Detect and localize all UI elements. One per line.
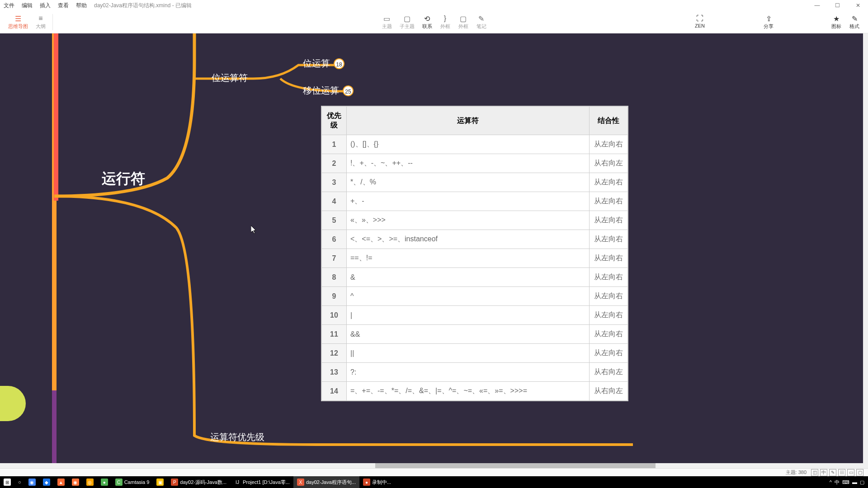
table-row[interactable]: 5«、»、>>>从左向右 — [322, 211, 628, 230]
system-tray[interactable]: ^ 中 ⌨ ▬ ▢ — [830, 479, 868, 486]
maximize-icon[interactable]: ☐ — [827, 0, 848, 11]
cell-ops: «、»、>>> — [347, 211, 590, 230]
tray-notification-icon[interactable]: ▢ — [860, 479, 864, 485]
task-ppt[interactable]: Pday02-源码-Java数... — [167, 476, 230, 488]
th-priority: 优先级 — [322, 107, 347, 135]
table-row[interactable]: 8&从左向右 — [322, 268, 628, 287]
mouse-cursor — [251, 225, 257, 235]
btn-format[interactable]: ✎格式 — [849, 14, 860, 30]
view-mindmap[interactable]: ☰思维导图 — [8, 14, 28, 30]
task-icon-firefox[interactable]: ◉ — [68, 476, 83, 488]
status-icon[interactable]: ☷ — [838, 469, 845, 476]
btn-boundary[interactable]: ▢外框 — [458, 14, 469, 30]
task-xmind[interactable]: Xday02-Java程序语句... — [293, 476, 359, 488]
table-row[interactable]: 4+、-从左向右 — [322, 192, 628, 211]
vertical-scrollbar[interactable] — [863, 33, 868, 468]
cell-priority: 10 — [322, 306, 347, 325]
priority-table[interactable]: 优先级 运算符 结合性 1()、[]、{}从左向右2!、+、-、~、++、--从… — [321, 106, 628, 401]
table-row[interactable]: 6<、<=、>、>=、instanceof从左向右 — [322, 230, 628, 249]
close-icon[interactable]: ✕ — [848, 0, 868, 11]
task-idea[interactable]: IJProject1 [D:\Java零... — [230, 476, 293, 488]
table-row[interactable]: 11&&从左向右 — [322, 325, 628, 344]
status-icon[interactable]: ▭ — [847, 469, 854, 476]
root-node[interactable] — [0, 386, 26, 421]
cell-ops: && — [347, 325, 590, 344]
th-operator: 运算符 — [347, 107, 590, 135]
cell-priority: 8 — [322, 268, 347, 287]
btn-note[interactable]: ✎笔记 — [476, 14, 487, 30]
table-row[interactable]: 9^从左向右 — [322, 287, 628, 306]
topic-count: 主题: 380 — [786, 469, 807, 476]
btn-icon[interactable]: ★图标 — [831, 14, 842, 30]
table-row[interactable]: 12||从左向右 — [322, 344, 628, 363]
cell-ops: ^ — [347, 287, 590, 306]
cell-ops: ()、[]、{} — [347, 135, 590, 154]
task-icon-chrome[interactable]: ◉ — [25, 476, 39, 488]
search-button[interactable]: ○ — [14, 476, 25, 488]
table-row[interactable]: 3*、/、%从左向右 — [322, 173, 628, 192]
table-row[interactable]: 1()、[]、{}从左向右 — [322, 135, 628, 154]
cell-assoc: 从左向右 — [590, 211, 628, 230]
menu-insert[interactable]: 插入 — [36, 2, 54, 9]
cell-ops: !、+、-、~、++、-- — [347, 154, 590, 173]
task-explorer[interactable]: ▣ — [153, 476, 167, 488]
btn-summary[interactable]: }外框 — [440, 14, 451, 30]
start-button[interactable]: ⊞ — [0, 476, 14, 488]
status-icon[interactable]: ▢ — [856, 469, 863, 476]
btn-topic[interactable]: ▭主题 — [382, 14, 392, 30]
tray-ime[interactable]: 中 — [835, 479, 840, 486]
cell-priority: 2 — [322, 154, 347, 173]
badge-18: 18 — [334, 58, 344, 69]
tray-battery-icon[interactable]: ▬ — [852, 479, 857, 485]
menu-file[interactable]: 文件 — [0, 2, 18, 9]
btn-share[interactable]: ⇪分享 — [763, 14, 774, 30]
minimize-icon[interactable]: — — [807, 0, 827, 11]
task-icon-app[interactable]: ▲ — [54, 476, 68, 488]
menu-view[interactable]: 查看 — [54, 2, 72, 9]
node-bit-op[interactable]: 位运算18 — [303, 57, 344, 70]
cell-priority: 13 — [322, 363, 347, 382]
horizontal-scrollbar[interactable] — [0, 463, 863, 468]
status-icon[interactable]: 中 — [820, 469, 827, 476]
cell-assoc: 从左向右 — [590, 230, 628, 249]
cell-priority: 6 — [322, 230, 347, 249]
view-outline[interactable]: ≡大纲 — [35, 14, 46, 30]
badge-25: 25 — [343, 85, 354, 96]
task-icon-app[interactable]: ● — [97, 476, 112, 488]
cell-priority: 11 — [322, 325, 347, 344]
menu-help[interactable]: 帮助 — [72, 2, 90, 9]
btn-relation[interactable]: ⟲联系 — [422, 14, 433, 30]
task-icon-app[interactable]: ◎ — [83, 476, 97, 488]
table-row[interactable]: 2!、+、-、~、++、--从右向左 — [322, 154, 628, 173]
table-row[interactable]: 13?:从右向左 — [322, 363, 628, 382]
table-row[interactable]: 14=、+=、-=、*=、/=、&=、|=、^=、~=、«=、»=、>>>=从右… — [322, 382, 628, 401]
cell-assoc: 从左向右 — [590, 173, 628, 192]
cell-assoc: 从右向左 — [590, 363, 628, 382]
node-priority[interactable]: 运算符优先级 — [210, 431, 264, 443]
cell-priority: 14 — [322, 382, 347, 401]
task-icon-app[interactable]: ◆ — [39, 476, 54, 488]
table-row[interactable]: 7==、!=从左向右 — [322, 249, 628, 268]
table-row[interactable]: 10|从左向右 — [322, 306, 628, 325]
tray-icon[interactable]: ⌨ — [842, 479, 849, 485]
scrollbar-thumb[interactable] — [375, 463, 656, 468]
task-recording[interactable]: ●录制中... — [359, 476, 395, 488]
status-icon[interactable]: ◫ — [811, 469, 818, 476]
tray-icon[interactable]: ^ — [830, 479, 832, 485]
node-bit-operator[interactable]: 位运算符 — [212, 72, 248, 84]
node-shift-op[interactable]: 移位运算25 — [303, 84, 354, 97]
mindmap-canvas[interactable]: 运行符 位运算符 位运算18 移位运算25 运算符优先级 优先级 运算符 结合性… — [0, 33, 863, 468]
toolbar: ☰思维导图 ≡大纲 ▭主题 ▢子主题 ⟲联系 }外框 ▢外框 ✎笔记 ⛶ZEN … — [0, 11, 868, 33]
cell-priority: 3 — [322, 173, 347, 192]
menu-edit[interactable]: 编辑 — [18, 2, 36, 9]
cell-assoc: 从右向左 — [590, 154, 628, 173]
cell-priority: 4 — [322, 192, 347, 211]
btn-zen[interactable]: ⛶ZEN — [694, 14, 705, 30]
task-camtasia[interactable]: CCamtasia 9 — [112, 476, 153, 488]
cell-ops: ==、!= — [347, 249, 590, 268]
btn-subtopic[interactable]: ▢子主题 — [400, 14, 415, 30]
cell-priority: 12 — [322, 344, 347, 363]
th-assoc: 结合性 — [590, 107, 628, 135]
status-icon[interactable]: ✎ — [829, 469, 836, 476]
node-operators[interactable]: 运行符 — [102, 169, 145, 189]
